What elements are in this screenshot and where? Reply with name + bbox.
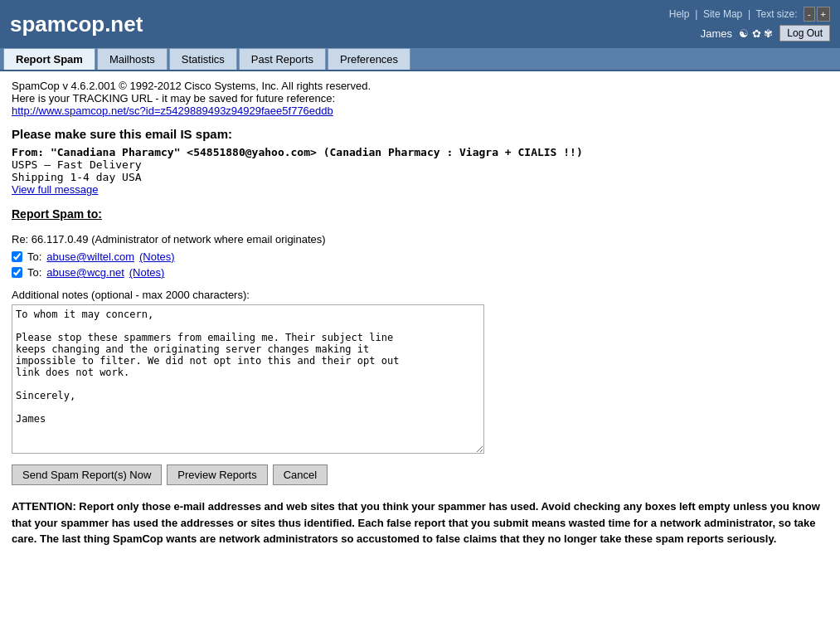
spam-check-section: Please make sure this email IS spam: Fro… (12, 127, 828, 196)
recipient-1-to-label: To: (27, 250, 41, 263)
sitemap-link[interactable]: Site Map (703, 8, 742, 20)
main-content: SpamCop v 4.6.2.001 © 1992-2012 Cisco Sy… (0, 71, 840, 556)
tracking-section: SpamCop v 4.6.2.001 © 1992-2012 Cisco Sy… (12, 80, 828, 117)
tracking-line1: SpamCop v 4.6.2.001 © 1992-2012 Cisco Sy… (12, 80, 828, 92)
site-logo: spamcop.net (10, 12, 143, 37)
attention-box: ATTENTION: Report only those e-mail addr… (12, 498, 828, 547)
username-label: James (701, 27, 732, 40)
report-spam-to-section: Report Spam to: Re: 66.117.0.49 (Adminis… (12, 207, 828, 279)
re-line: Re: 66.117.0.49 (Administrator of networ… (12, 233, 828, 246)
tab-report-spam[interactable]: Report Spam (3, 48, 95, 70)
recipient-2-checkbox[interactable] (12, 267, 22, 278)
header-right: Help | Site Map | Text size: - + James ☯… (669, 7, 830, 41)
header: spamcop.net Help | Site Map | Text size:… (0, 0, 840, 48)
recipient-1-checkbox[interactable] (12, 251, 22, 262)
nav-bar: Report Spam Mailhosts Statistics Past Re… (0, 48, 840, 71)
increase-text-button[interactable]: + (817, 7, 830, 22)
tab-past-reports[interactable]: Past Reports (239, 48, 326, 70)
preview-reports-button[interactable]: Preview Reports (167, 464, 267, 485)
action-buttons: Send Spam Report(s) Now Preview Reports … (12, 464, 828, 485)
additional-notes-section: Additional notes (optional - max 2000 ch… (12, 289, 828, 456)
recipient-2-to-label: To: (27, 266, 41, 279)
recipient-row-1: To: abuse@wiltel.com (Notes) (12, 250, 828, 263)
cancel-button[interactable]: Cancel (273, 464, 328, 485)
attention-text: ATTENTION: Report only those e-mail addr… (12, 500, 820, 545)
user-icons: ☯ ✿ ✾ (739, 27, 773, 40)
recipient-2-email[interactable]: abuse@wcg.net (46, 266, 124, 279)
help-link[interactable]: Help (669, 8, 690, 20)
tab-mailhosts[interactable]: Mailhosts (97, 48, 168, 70)
spam-email-details: From: "Canadiana Pharamcy" <54851880@yah… (12, 146, 828, 183)
recipient-1-notes[interactable]: (Notes) (139, 250, 175, 263)
header-user: James ☯ ✿ ✾ Log Out (701, 25, 830, 41)
header-top-links: Help | Site Map | Text size: - + (669, 7, 830, 22)
tab-statistics[interactable]: Statistics (169, 48, 237, 70)
tracking-line2: Here is your TRACKING URL - it may be sa… (12, 92, 828, 105)
tracking-url[interactable]: http://www.spamcop.net/sc?id=z5429889493… (12, 105, 333, 117)
text-size-controls: - + (804, 7, 830, 22)
decrease-text-button[interactable]: - (804, 7, 815, 22)
from-line: From: "Canadiana Pharamcy" <54851880@yah… (12, 146, 828, 158)
spam-check-heading: Please make sure this email IS spam: (12, 127, 828, 141)
textsize-label: Text size: (756, 8, 798, 20)
additional-notes-label: Additional notes (optional - max 2000 ch… (12, 289, 828, 301)
usps-line: USPS – Fast Delivery (12, 158, 828, 171)
recipient-1-email[interactable]: abuse@wiltel.com (46, 250, 134, 263)
logout-button[interactable]: Log Out (779, 25, 830, 41)
send-report-button[interactable]: Send Spam Report(s) Now (12, 464, 162, 485)
additional-notes-textarea[interactable] (12, 304, 484, 454)
recipient-row-2: To: abuse@wcg.net (Notes) (12, 266, 828, 279)
report-spam-to-heading: Report Spam to: (12, 207, 828, 221)
shipping-line: Shipping 1-4 day USA (12, 171, 828, 183)
tab-preferences[interactable]: Preferences (328, 48, 410, 70)
recipient-2-notes[interactable]: (Notes) (129, 266, 165, 279)
view-full-message-link[interactable]: View full message (12, 183, 99, 196)
